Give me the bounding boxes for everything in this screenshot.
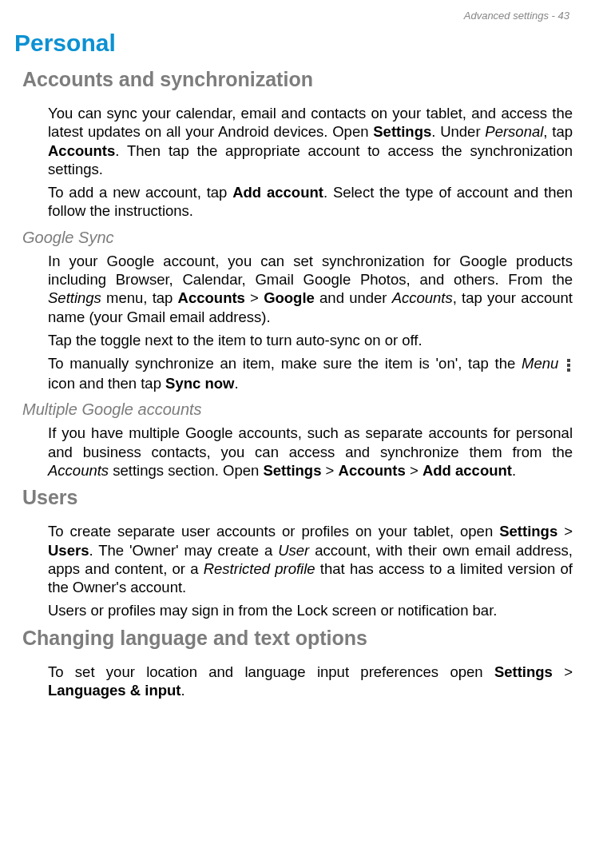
svg-rect-1	[567, 364, 570, 367]
text: and under	[315, 289, 392, 306]
text-bold: Accounts	[48, 142, 115, 159]
text-bold: Languages & input	[48, 682, 181, 699]
text: . Then tap the appropriate account to ac…	[48, 142, 573, 177]
paragraph-multiple-accounts: If you have multiple Google accounts, su…	[48, 424, 573, 480]
text-bold: Sync now	[165, 375, 234, 392]
text: To create separate user accounts or prof…	[48, 523, 499, 540]
text-bold: Settings	[499, 523, 557, 540]
heading-google-sync: Google Sync	[22, 229, 573, 247]
text: >	[321, 462, 338, 479]
text-bold: Settings	[373, 123, 431, 140]
heading-personal: Personal	[14, 30, 573, 57]
text-bold: Google	[264, 289, 315, 306]
text: >	[406, 462, 423, 479]
text-italic: Accounts	[48, 462, 109, 479]
text-bold: Accounts	[178, 289, 245, 306]
paragraph-users-1: To create separate user accounts or prof…	[48, 522, 573, 596]
text: >	[557, 523, 573, 540]
paragraph-manual-sync: To manually synchronize an item, make su…	[48, 354, 573, 392]
text: To manually synchronize an item, make su…	[48, 355, 522, 372]
text: . Under	[431, 123, 485, 140]
heading-users: Users	[22, 486, 573, 509]
paragraph-toggle: Tap the toggle next to the item to turn …	[48, 331, 573, 349]
text-italic: Restricted profile	[204, 560, 315, 577]
paragraph-google-sync: In your Google account, you can set sync…	[48, 252, 573, 326]
text-bold: Accounts	[339, 462, 406, 479]
text: To set your location and language input …	[48, 663, 494, 680]
text-italic: Accounts	[392, 289, 453, 306]
paragraph-sync-intro: You can sync your calendar, email and co…	[48, 104, 573, 178]
text: .	[234, 375, 238, 392]
text: menu, tap	[101, 289, 178, 306]
text-bold: Settings	[263, 462, 321, 479]
text-bold: Add account	[423, 462, 512, 479]
text: icon and then tap	[48, 375, 165, 392]
text: If you have multiple Google accounts, su…	[48, 424, 573, 460]
heading-accounts-sync: Accounts and synchronization	[22, 68, 573, 91]
text: .	[181, 682, 185, 699]
text-italic: Settings	[48, 289, 101, 306]
text: . The 'Owner' may create a	[89, 542, 278, 559]
text: , tap	[543, 123, 573, 140]
text-italic: Personal	[485, 123, 543, 140]
page-header: Advanced settings - 43	[38, 10, 573, 22]
paragraph-language: To set your location and language input …	[48, 663, 573, 700]
menu-overflow-icon	[566, 356, 571, 374]
text-bold: Users	[48, 542, 89, 559]
text: In your Google account, you can set sync…	[48, 253, 573, 288]
text: To add a new account, tap	[48, 184, 232, 201]
svg-rect-0	[567, 359, 570, 362]
text: >	[553, 663, 573, 680]
paragraph-add-account: To add a new account, tap Add account. S…	[48, 183, 573, 221]
text-bold: Add account	[232, 184, 323, 201]
text: .	[512, 462, 516, 479]
text-italic: Menu	[522, 355, 558, 372]
text-bold: Settings	[494, 663, 553, 680]
text: >	[245, 289, 264, 306]
text: settings section. Open	[109, 462, 263, 479]
text-italic: User	[278, 542, 309, 559]
heading-multiple-accounts: Multiple Google accounts	[22, 400, 573, 419]
paragraph-users-2: Users or profiles may sign in from the L…	[48, 601, 573, 619]
heading-language: Changing language and text options	[22, 627, 573, 650]
svg-rect-2	[567, 368, 570, 372]
